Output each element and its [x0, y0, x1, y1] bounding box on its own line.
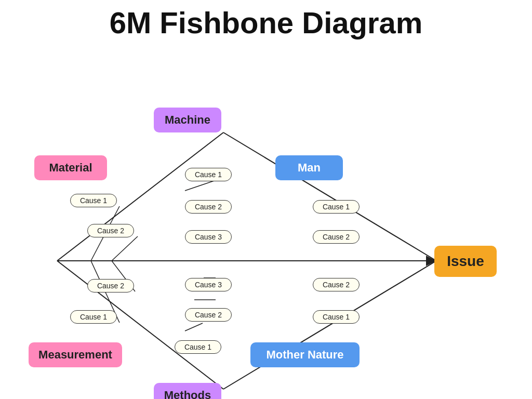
fishbone-lines: [0, 40, 532, 393]
category-methods: Methods: [154, 383, 221, 399]
category-mother-nature: Mother Nature: [250, 342, 360, 367]
diagram-container: Machine Material Man Measurement Methods…: [0, 40, 532, 393]
category-material: Material: [34, 155, 107, 180]
cause-measurement-2: Cause 2: [87, 279, 134, 292]
cause-man-1: Cause 1: [313, 200, 360, 214]
cause-machine-3: Cause 3: [185, 230, 232, 244]
category-measurement: Measurement: [29, 342, 122, 367]
cause-man-2: Cause 2: [313, 230, 360, 244]
svg-line-8: [185, 180, 216, 191]
cause-methods-3: Cause 3: [185, 278, 232, 291]
cause-nature-1: Cause 1: [313, 310, 360, 324]
cause-machine-1: Cause 1: [185, 168, 232, 181]
cause-material-2: Cause 2: [87, 224, 134, 237]
cause-nature-2: Cause 2: [313, 278, 360, 291]
category-man: Man: [275, 155, 343, 180]
cause-methods-1: Cause 1: [175, 340, 221, 354]
svg-line-6: [112, 236, 138, 261]
category-machine: Machine: [154, 108, 221, 132]
cause-machine-2: Cause 2: [185, 200, 232, 214]
cause-measurement-1: Cause 1: [70, 310, 117, 324]
cause-methods-2: Cause 2: [185, 308, 232, 322]
svg-line-15: [185, 323, 203, 331]
cause-material-1: Cause 1: [70, 194, 117, 207]
page-title: 6M Fishbone Diagram: [0, 0, 532, 40]
category-issue: Issue: [434, 246, 497, 277]
